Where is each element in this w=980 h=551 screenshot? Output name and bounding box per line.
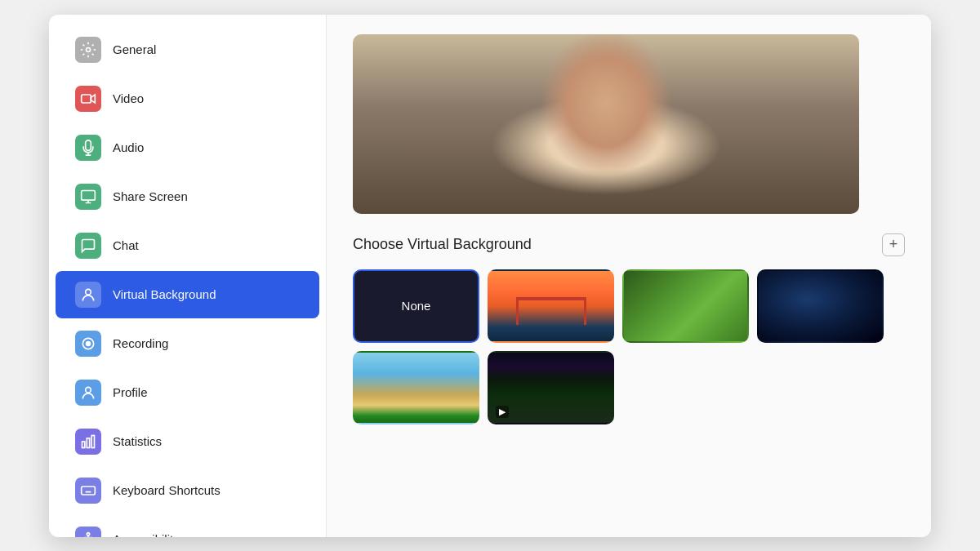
svg-point-3 bbox=[86, 289, 91, 295]
accessibility-icon bbox=[75, 527, 101, 537]
sidebar-item-label-statistics: Statistics bbox=[113, 434, 162, 448]
keyboard-shortcuts-icon bbox=[75, 478, 101, 504]
sidebar-item-label-chat: Chat bbox=[113, 238, 139, 252]
sidebar-item-label-audio: Audio bbox=[113, 140, 144, 154]
sidebar-item-label-vbg: Virtual Background bbox=[113, 287, 216, 301]
audio-icon bbox=[75, 135, 101, 161]
svg-rect-8 bbox=[87, 438, 89, 447]
sidebar-item-label-profile: Profile bbox=[113, 385, 148, 399]
sidebar-item-accessibility[interactable]: Accessibility bbox=[56, 516, 319, 537]
add-background-button[interactable]: + bbox=[882, 233, 905, 256]
video-icon bbox=[75, 86, 101, 112]
sidebar-item-recording[interactable]: Recording bbox=[56, 320, 319, 367]
svg-rect-9 bbox=[91, 435, 94, 447]
svg-point-6 bbox=[86, 387, 91, 393]
section-title: Choose Virtual Background bbox=[353, 236, 532, 253]
sidebar-item-virtual-background[interactable]: Virtual Background bbox=[56, 271, 319, 318]
svg-rect-1 bbox=[82, 95, 91, 103]
profile-icon bbox=[75, 380, 101, 406]
section-header: Choose Virtual Background + bbox=[353, 233, 905, 256]
chat-icon bbox=[75, 233, 101, 259]
sidebar-item-statistics[interactable]: Statistics bbox=[56, 418, 319, 465]
sidebar-item-keyboard-shortcuts[interactable]: Keyboard Shortcuts bbox=[56, 467, 319, 514]
recording-icon bbox=[75, 331, 101, 357]
bg-none-label: None bbox=[402, 299, 431, 313]
background-option-golden-gate[interactable] bbox=[488, 269, 614, 343]
svg-point-5 bbox=[87, 341, 91, 345]
sidebar-item-profile[interactable]: Profile bbox=[56, 369, 319, 416]
background-grid: None ▶ bbox=[353, 269, 905, 424]
sidebar-item-label-video: Video bbox=[113, 91, 144, 105]
share-screen-icon bbox=[75, 184, 101, 210]
video-indicator-icon: ▶ bbox=[496, 406, 509, 418]
general-icon bbox=[75, 37, 101, 63]
video-preview bbox=[353, 34, 859, 214]
svg-rect-10 bbox=[82, 487, 96, 495]
svg-point-0 bbox=[87, 47, 91, 51]
sidebar: General Video Audio Share Screen Chat bbox=[49, 15, 327, 537]
statistics-icon bbox=[75, 429, 101, 455]
sidebar-item-label-keyboard: Keyboard Shortcuts bbox=[113, 483, 220, 497]
sidebar-item-label-share: Share Screen bbox=[113, 189, 188, 203]
background-option-earth[interactable] bbox=[757, 269, 884, 343]
main-content: Choose Virtual Background + None ▶ bbox=[327, 15, 931, 537]
sidebar-item-general[interactable]: General bbox=[56, 26, 319, 73]
background-option-none[interactable]: None bbox=[353, 269, 479, 343]
background-option-grass[interactable] bbox=[622, 269, 749, 343]
settings-window: General Video Audio Share Screen Chat bbox=[49, 15, 931, 537]
virtual-background-icon bbox=[75, 282, 101, 308]
video-feed bbox=[353, 34, 859, 214]
background-option-aurora[interactable]: ▶ bbox=[488, 351, 614, 424]
svg-rect-2 bbox=[82, 190, 96, 200]
sidebar-item-share-screen[interactable]: Share Screen bbox=[56, 173, 319, 220]
sidebar-item-label-accessibility: Accessibility bbox=[113, 532, 180, 537]
sidebar-item-audio[interactable]: Audio bbox=[56, 124, 319, 171]
sidebar-item-video[interactable]: Video bbox=[56, 75, 319, 122]
svg-point-11 bbox=[87, 532, 89, 535]
sidebar-item-label-general: General bbox=[113, 42, 156, 56]
svg-rect-7 bbox=[82, 442, 85, 448]
sidebar-item-label-recording: Recording bbox=[113, 336, 168, 350]
background-option-beach[interactable] bbox=[353, 351, 479, 424]
sidebar-item-chat[interactable]: Chat bbox=[56, 222, 319, 269]
